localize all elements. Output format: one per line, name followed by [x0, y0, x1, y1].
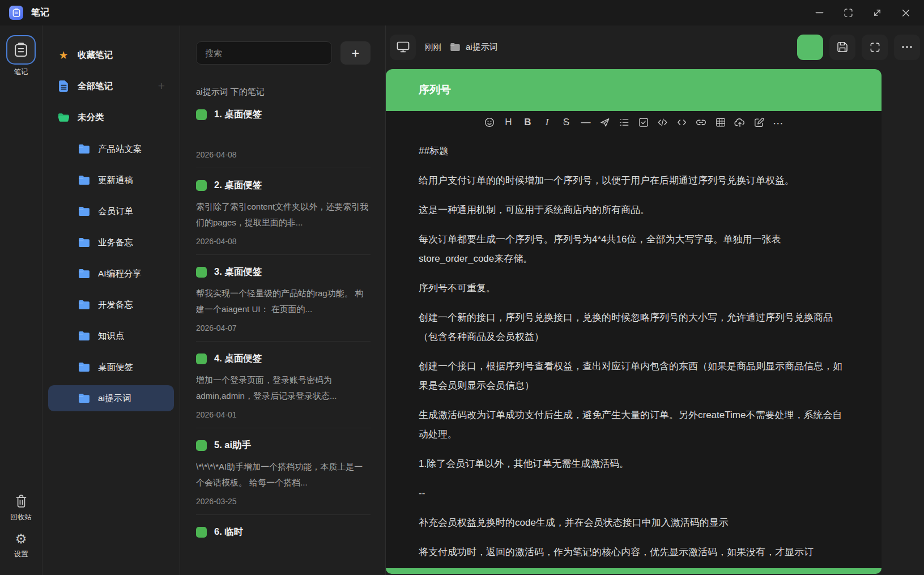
- settings-button[interactable]: ⚙ 设置: [14, 529, 28, 563]
- star-icon: ★: [58, 50, 69, 61]
- more-options-button[interactable]: [894, 35, 920, 60]
- note-color-badge: [196, 440, 207, 451]
- note-paragraph: 将支付成功时，返回的激活码，作为笔记的核心内容，优先显示激活码，如果没有，才显示…: [419, 543, 849, 562]
- fullscreen-icon[interactable]: [842, 7, 854, 19]
- note-color-badge: [196, 180, 207, 191]
- sidebar-folder-item[interactable]: 会员订单: [48, 198, 174, 224]
- note-paragraph: 每次订单都要生成一个序列号。序列号为4*4共16位，全部为大写字母。单独用一张表…: [419, 230, 849, 269]
- table-icon[interactable]: [715, 117, 726, 128]
- italic-icon[interactable]: I: [542, 117, 552, 128]
- close-icon[interactable]: [900, 7, 912, 19]
- sidebar-item-favorites[interactable]: ★ 收藏笔记: [48, 42, 174, 68]
- note-color-badge: [196, 109, 207, 120]
- folder-label: AI编程分享: [98, 268, 142, 280]
- note-paragraph: 创建一个接口，根据序列号查看权益，查出对应订单内包含的东西（如果是商品则显示商品…: [419, 357, 849, 395]
- folder-label: 桌面便签: [98, 361, 133, 373]
- upload-icon[interactable]: [734, 117, 745, 128]
- bold-icon[interactable]: B: [522, 117, 533, 128]
- edit-icon[interactable]: [753, 117, 764, 128]
- note-list-header: ai提示词 下的笔记: [196, 87, 371, 97]
- note-list-item[interactable]: 1. 桌面便签 2026-04-08: [196, 97, 371, 168]
- folder-label: 会员订单: [98, 206, 133, 218]
- strikethrough-icon[interactable]: S: [561, 117, 572, 128]
- sidebar-folder-item[interactable]: 产品站文案: [48, 136, 174, 162]
- uncategorized-label: 未分类: [78, 112, 104, 123]
- note-preview: 增加一个登录页面，登录账号密码为 admin,admin，登录后记录登录状态..…: [196, 372, 371, 404]
- toolbar-more-icon[interactable]: ⋯: [773, 117, 784, 128]
- link-icon[interactable]: [696, 117, 706, 128]
- gear-icon: ⚙: [15, 533, 27, 545]
- save-button[interactable]: [829, 35, 855, 60]
- send-icon[interactable]: [599, 117, 610, 128]
- heading-icon[interactable]: H: [503, 117, 514, 128]
- note-paragraph: --: [419, 484, 849, 503]
- expand-icon[interactable]: [871, 7, 883, 19]
- sidebar-folder-item[interactable]: 桌面便签: [48, 354, 174, 380]
- open-folder-icon: [58, 113, 69, 122]
- app-title: 笔记: [31, 7, 49, 19]
- note-date: [196, 568, 371, 575]
- note-title: 5. ai助手: [214, 439, 251, 452]
- note-list-item[interactable]: 6. 临时: [196, 515, 371, 575]
- sidebar-folder-item-selected[interactable]: ai提示词: [48, 385, 174, 411]
- fullscreen-note-button[interactable]: [862, 35, 888, 60]
- folder-icon: [450, 43, 460, 51]
- sidebar-folder-item[interactable]: 知识点: [48, 323, 174, 349]
- sidebar-item-uncategorized[interactable]: 未分类: [48, 104, 174, 130]
- breadcrumb-folder-label: ai提示词: [466, 42, 498, 53]
- sidebar-folder-item[interactable]: AI编程分享: [48, 261, 174, 287]
- note-date: 2026-04-08: [196, 237, 371, 246]
- note-list-panel: + ai提示词 下的笔记 1. 桌面便签 2026-04-08 2. 桌面便签 …: [180, 25, 386, 575]
- folder-icon: [78, 394, 90, 403]
- inline-code-icon[interactable]: [676, 117, 687, 128]
- recycle-bin-label: 回收站: [10, 513, 32, 522]
- note-paragraph: 1.除了会员订单以外，其他订单无需生成激活码。: [419, 454, 849, 474]
- sidebar-folder-item[interactable]: 更新通稿: [48, 167, 174, 193]
- horizontal-rule-icon[interactable]: —: [580, 117, 591, 128]
- sidebar-folder-item[interactable]: 开发备忘: [48, 292, 174, 318]
- folder-icon: [78, 331, 90, 340]
- add-folder-icon[interactable]: +: [158, 79, 165, 93]
- note-list-item[interactable]: 2. 桌面便签 索引除了索引content文件夹以外，还要索引我们的pages，…: [196, 168, 371, 255]
- folder-icon: [78, 269, 90, 278]
- note-paragraph: 创建一个新的接口，序列号兑换接口，兑换的时候忽略序列号的大小写，允许通过序列号兑…: [419, 308, 849, 347]
- note-title: 4. 桌面便签: [214, 352, 262, 365]
- notes-app-label: 笔记: [14, 67, 28, 77]
- note-paragraph: 这是一种通用机制，可应用于系统商店内的所有商品。: [419, 201, 849, 220]
- note-color-swatch-button[interactable]: [797, 35, 823, 60]
- folder-icon: [78, 363, 90, 372]
- note-card: 序列号 H B I S —: [386, 69, 882, 574]
- save-icon: [837, 41, 848, 53]
- note-list-item[interactable]: 5. ai助手 \*\*\*\*AI助手增加一个搭档功能，本质上是一个会话模板。…: [196, 428, 371, 515]
- sidebar-item-all-notes[interactable]: 全部笔记 +: [48, 73, 174, 99]
- document-icon: [58, 80, 69, 92]
- code-block-icon[interactable]: [657, 117, 668, 128]
- note-title-bar[interactable]: 序列号: [386, 69, 882, 111]
- note-list-item[interactable]: 4. 桌面便签 增加一个登录页面，登录账号密码为 admin,admin，登录后…: [196, 342, 371, 428]
- search-input[interactable]: [196, 41, 332, 65]
- editor-area: 刚刚 ai提示词: [386, 25, 924, 575]
- folder-label: 产品站文案: [98, 143, 142, 155]
- display-mode-button[interactable]: [390, 35, 416, 60]
- trash-icon: [15, 494, 28, 508]
- breadcrumb[interactable]: ai提示词: [450, 42, 498, 53]
- note-preview: 索引除了索引content文件夹以外，还要索引我们的pages，提取里面的非..…: [196, 199, 371, 231]
- folder-icon: [78, 300, 90, 309]
- checkbox-icon[interactable]: [638, 117, 649, 128]
- sidebar-folder-item[interactable]: 业务备忘: [48, 229, 174, 255]
- folder-list: 产品站文案 更新通稿 会员订单 业务备忘 AI编程分享: [42, 136, 180, 411]
- note-title: 6. 临时: [214, 526, 243, 538]
- emoji-icon[interactable]: [484, 117, 495, 128]
- minimize-icon[interactable]: [814, 7, 825, 19]
- note-list-item[interactable]: 3. 桌面便签 帮我实现一个轻量级的产品站的rag功能。 构建一个aiagent…: [196, 255, 371, 342]
- settings-label: 设置: [14, 550, 28, 559]
- note-preview: \*\*\*\*AI助手增加一个搭档功能，本质上是一个会话模板。 给每一个搭档.…: [196, 459, 371, 491]
- note-editor-content[interactable]: ##标题 给用户支付订单的的时候增加一个序列号，以便于用户在后期通过序列号兑换订…: [386, 134, 882, 568]
- note-title: 序列号: [419, 83, 451, 97]
- recycle-bin-button[interactable]: 回收站: [10, 491, 32, 526]
- add-note-button[interactable]: +: [340, 41, 371, 65]
- folder-label: 更新通稿: [98, 174, 133, 186]
- note-paragraph: 序列号不可重复。: [419, 279, 849, 298]
- notes-app-button[interactable]: [6, 35, 36, 65]
- list-icon[interactable]: [619, 117, 629, 128]
